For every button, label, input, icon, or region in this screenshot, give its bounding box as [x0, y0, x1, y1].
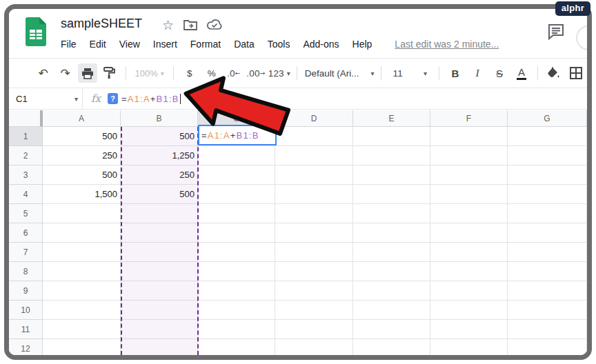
cell-d2[interactable] — [275, 146, 353, 165]
italic-button[interactable]: I — [468, 63, 487, 83]
more-formats-button[interactable]: 123▾ — [268, 63, 290, 83]
row-header-2[interactable]: 2 — [9, 146, 43, 165]
cell-d12[interactable] — [275, 339, 353, 358]
cell-c10[interactable] — [198, 301, 275, 320]
text-color-button[interactable]: A — [512, 63, 531, 83]
cell-a5[interactable] — [43, 204, 121, 223]
cell-f8[interactable] — [430, 262, 508, 281]
row-header-3[interactable]: 3 — [9, 165, 43, 185]
cell-g11[interactable] — [508, 320, 587, 339]
cell-g5[interactable] — [508, 204, 587, 223]
row-header-10[interactable]: 10 — [9, 301, 43, 320]
document-title[interactable]: sampleSHEET — [61, 17, 142, 31]
cloud-status-icon[interactable] — [207, 19, 222, 30]
paint-format-button[interactable] — [100, 63, 119, 83]
cell-c8[interactable] — [198, 262, 275, 281]
cell-g8[interactable] — [508, 262, 587, 281]
cell-e9[interactable] — [353, 281, 430, 301]
star-icon[interactable]: ☆ — [162, 18, 174, 32]
row-header-6[interactable]: 6 — [9, 223, 43, 243]
cell-f6[interactable] — [430, 223, 508, 243]
cell-c6[interactable] — [198, 223, 275, 243]
cell-e3[interactable] — [353, 165, 430, 185]
cell-g4[interactable] — [508, 185, 587, 204]
cell-g6[interactable] — [508, 223, 587, 243]
increase-decimal-button[interactable]: .00→ — [246, 63, 266, 83]
cell-f1[interactable] — [430, 127, 508, 146]
cell-a7[interactable] — [43, 243, 121, 262]
cell-b3[interactable]: 250 — [121, 165, 198, 185]
select-all-corner[interactable] — [9, 110, 43, 127]
cell-a9[interactable] — [43, 281, 121, 301]
cell-e1[interactable] — [353, 127, 430, 146]
cell-d7[interactable] — [275, 243, 353, 262]
menu-file[interactable]: File — [61, 39, 77, 50]
cell-d8[interactable] — [275, 262, 353, 281]
cell-b10[interactable] — [121, 301, 198, 320]
borders-button[interactable] — [566, 63, 586, 83]
cell-b9[interactable] — [121, 281, 198, 301]
redo-button[interactable]: ↷ — [56, 63, 75, 83]
cell-e10[interactable] — [353, 301, 430, 320]
cell-g2[interactable] — [508, 146, 587, 165]
cell-f4[interactable] — [430, 185, 508, 204]
cell-c2[interactable] — [198, 146, 275, 165]
row-header-1[interactable]: 1 — [9, 127, 43, 146]
undo-button[interactable]: ↶ — [34, 63, 53, 83]
cell-d5[interactable] — [275, 204, 353, 223]
sheets-logo-icon[interactable] — [24, 17, 48, 47]
cell-f3[interactable] — [430, 165, 508, 185]
cell-a11[interactable] — [43, 320, 121, 339]
cell-b12[interactable] — [121, 339, 198, 358]
column-header-f[interactable]: F — [430, 110, 508, 127]
cell-e4[interactable] — [353, 185, 430, 204]
font-size-select[interactable]: 11▾ — [388, 63, 433, 83]
cell-d11[interactable] — [275, 320, 353, 339]
row-header-7[interactable]: 7 — [9, 243, 43, 262]
cell-g10[interactable] — [508, 301, 587, 320]
cell-g7[interactable] — [508, 243, 587, 262]
row-header-4[interactable]: 4 — [9, 185, 43, 204]
cell-f7[interactable] — [430, 243, 508, 262]
cell-g1[interactable] — [508, 127, 587, 146]
row-header-5[interactable]: 5 — [9, 204, 43, 223]
cell-a4[interactable]: 1,500 — [43, 185, 121, 204]
cell-e8[interactable] — [353, 262, 430, 281]
cell-b7[interactable] — [121, 243, 198, 262]
column-header-g[interactable]: G — [508, 110, 587, 127]
cell-b4[interactable]: 500 — [121, 185, 198, 204]
cell-e11[interactable] — [353, 320, 430, 339]
cell-d9[interactable] — [275, 281, 353, 301]
menu-addons[interactable]: Add-ons — [303, 39, 339, 50]
cell-e12[interactable] — [353, 339, 430, 358]
cell-c9[interactable] — [198, 281, 275, 301]
cell-g12[interactable] — [508, 339, 587, 358]
name-box[interactable]: C1 ▾ — [9, 94, 78, 104]
cell-a6[interactable] — [43, 223, 121, 243]
font-family-select[interactable]: Default (Ari...▾ — [304, 63, 375, 83]
row-header-8[interactable]: 8 — [9, 262, 43, 281]
column-header-e[interactable]: E — [353, 110, 430, 127]
cell-d10[interactable] — [275, 301, 353, 320]
cell-a8[interactable] — [43, 262, 121, 281]
cell-a1[interactable]: 500 — [43, 127, 121, 146]
cell-e6[interactable] — [353, 223, 430, 243]
cell-e5[interactable] — [353, 204, 430, 223]
cell-f12[interactable] — [430, 339, 508, 358]
menu-view[interactable]: View — [119, 39, 140, 50]
cell-c3[interactable] — [198, 165, 275, 185]
cell-d3[interactable] — [275, 165, 353, 185]
cell-f11[interactable] — [430, 320, 508, 339]
cell-b8[interactable] — [121, 262, 198, 281]
bold-button[interactable]: B — [446, 63, 465, 83]
cell-c11[interactable] — [198, 320, 275, 339]
move-folder-icon[interactable] — [183, 19, 197, 31]
fill-color-button[interactable] — [544, 63, 564, 83]
cell-b1[interactable]: 500 — [121, 127, 198, 146]
cell-b6[interactable] — [121, 223, 198, 243]
print-button[interactable] — [78, 63, 97, 83]
cell-e2[interactable] — [353, 146, 430, 165]
cell-g9[interactable] — [508, 281, 587, 301]
cell-a2[interactable]: 250 — [43, 146, 121, 165]
menu-tools[interactable]: Tools — [268, 39, 290, 50]
